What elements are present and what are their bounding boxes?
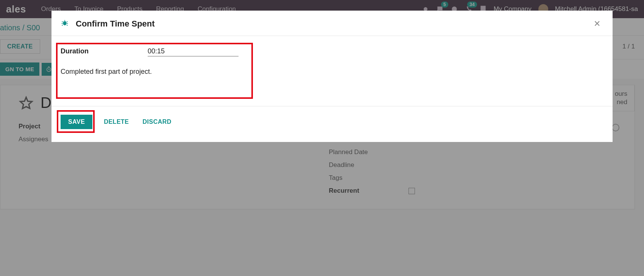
modal-footer: SAVE DELETE DISCARD bbox=[51, 106, 613, 142]
discard-button[interactable]: DISCARD bbox=[140, 115, 174, 129]
duration-label: Duration bbox=[61, 47, 148, 55]
svg-point-4 bbox=[63, 22, 66, 25]
modal-header: Confirm Time Spent ✕ bbox=[51, 11, 613, 36]
duration-input[interactable] bbox=[148, 47, 239, 56]
modal-title: Confirm Time Spent bbox=[76, 19, 155, 29]
time-description[interactable]: Completed first part of project. bbox=[61, 68, 603, 76]
save-button[interactable]: SAVE bbox=[61, 115, 92, 129]
confirm-time-modal: Confirm Time Spent ✕ Duration Completed … bbox=[51, 11, 613, 142]
delete-button[interactable]: DELETE bbox=[101, 115, 131, 129]
modal-body: Duration Completed first part of project… bbox=[51, 36, 613, 98]
close-icon[interactable]: ✕ bbox=[591, 17, 603, 30]
duration-row: Duration bbox=[61, 47, 603, 56]
bug-icon bbox=[61, 20, 69, 28]
